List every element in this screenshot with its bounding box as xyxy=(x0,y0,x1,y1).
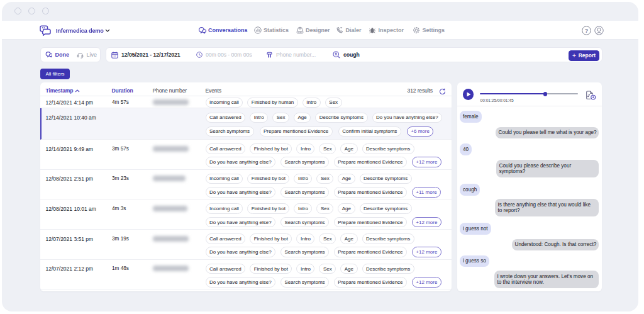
svg-text:?: ? xyxy=(584,27,588,33)
svg-text:17: 17 xyxy=(113,55,116,58)
